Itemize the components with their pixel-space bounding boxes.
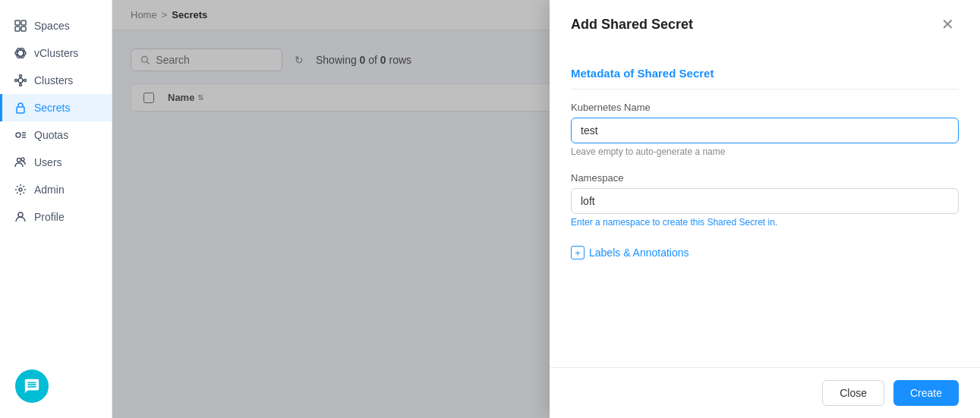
sidebar-item-label: Clusters [34, 74, 73, 86]
namespace-label: Namespace [571, 172, 959, 184]
dialog-close-x-button[interactable]: ✕ [937, 15, 959, 33]
dialog-body: Metadata of Shared Secret Kubernetes Nam… [550, 49, 980, 367]
sidebar-item-quotas[interactable]: Quotas [0, 121, 112, 149]
labels-annotations-link[interactable]: + Labels & Annotations [571, 243, 959, 262]
kubernetes-name-label: Kubernetes Name [571, 102, 959, 113]
sidebar-item-label: Secrets [34, 102, 70, 114]
svg-point-7 [18, 78, 23, 83]
sidebar-item-secrets[interactable]: Secrets [0, 94, 112, 121]
sidebar-item-label: Users [34, 156, 62, 168]
sidebar: Spaces vClusters Cluster [0, 0, 112, 418]
sidebar-item-label: vClusters [34, 47, 78, 59]
sidebar-item-profile[interactable]: Profile [0, 203, 112, 231]
svg-rect-0 [15, 20, 20, 25]
sidebar-item-label: Admin [34, 184, 65, 196]
kubernetes-name-input[interactable] [571, 118, 959, 143]
svg-point-23 [19, 188, 22, 191]
secrets-icon [14, 102, 27, 114]
sidebar-item-spaces[interactable]: Spaces [0, 12, 112, 39]
sidebar-item-label: Profile [34, 211, 65, 223]
vclusters-icon [14, 47, 27, 59]
chat-button[interactable] [15, 369, 49, 403]
close-button[interactable]: Close [822, 380, 884, 406]
svg-point-11 [24, 80, 27, 82]
quotas-icon [14, 129, 27, 141]
labels-plus-icon: + [571, 246, 585, 259]
svg-point-9 [20, 84, 22, 86]
sidebar-item-users[interactable]: Users [0, 149, 112, 176]
kubernetes-name-group: Kubernetes Name Leave empty to auto-gene… [571, 102, 959, 157]
svg-point-22 [21, 158, 24, 161]
kubernetes-name-hint: Leave empty to auto-generate a name [571, 146, 959, 157]
svg-rect-2 [15, 27, 20, 31]
dialog-footer: Close Create [550, 367, 980, 418]
svg-rect-3 [21, 27, 26, 31]
grid-icon [14, 20, 27, 32]
svg-point-10 [15, 80, 17, 82]
create-button[interactable]: Create [893, 380, 959, 406]
svg-point-17 [16, 133, 20, 137]
dialog-title: Add Shared Secret [571, 17, 693, 33]
admin-icon [14, 184, 27, 196]
section-title: Metadata of Shared Secret [571, 67, 959, 90]
namespace-input[interactable] [571, 188, 959, 214]
clusters-icon [14, 74, 27, 86]
sidebar-item-label: Quotas [34, 129, 68, 141]
namespace-group: Namespace Enter a namespace to create th… [571, 172, 959, 228]
profile-icon [14, 211, 27, 223]
sidebar-item-vclusters[interactable]: vClusters [0, 39, 112, 67]
labels-link-label: Labels & Annotations [589, 247, 689, 259]
users-icon [14, 156, 27, 168]
dialog-header: Add Shared Secret ✕ [550, 0, 980, 49]
sidebar-item-admin[interactable]: Admin [0, 176, 112, 203]
svg-point-21 [17, 159, 21, 162]
svg-rect-1 [21, 20, 26, 25]
sidebar-item-clusters[interactable]: Clusters [0, 67, 112, 94]
sidebar-item-label: Spaces [34, 20, 70, 32]
svg-rect-16 [17, 107, 24, 113]
svg-point-24 [18, 212, 23, 217]
svg-point-8 [20, 75, 22, 77]
add-secret-dialog: Add Shared Secret ✕ Metadata of Shared S… [550, 0, 980, 418]
namespace-hint: Enter a namespace to create this Shared … [571, 217, 959, 228]
